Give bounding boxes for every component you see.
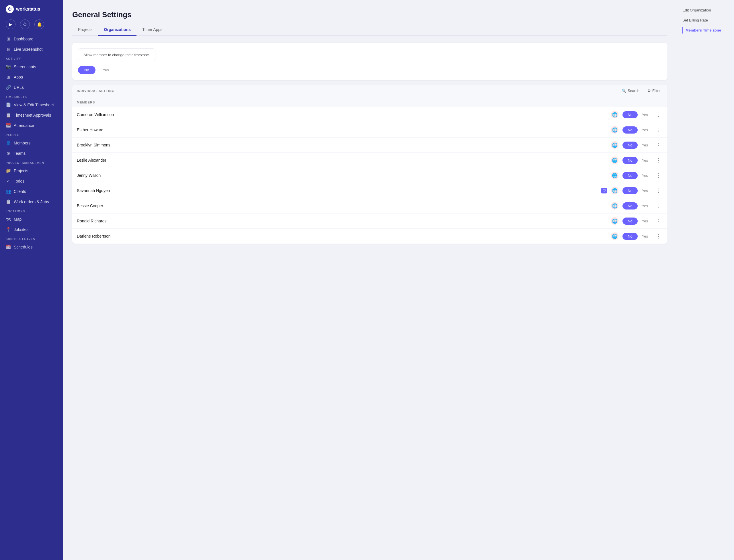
member-toggle: No Yes (623, 187, 651, 194)
globe-icon: 🌐 (611, 111, 619, 118)
sidebar-item-todos[interactable]: ✓ Todos (0, 176, 63, 186)
sidebar-label-screenshots: Screenshots (14, 64, 36, 69)
right-link-edit-org[interactable]: Edit Organization (682, 7, 728, 13)
sidebar-label-timesheet-approvals: Timesheet Approvals (14, 113, 51, 118)
table-row: Savannah Nguyen 🛡 🌐 No Yes ⋮ (72, 183, 668, 198)
tab-organizations[interactable]: Organizations (98, 25, 136, 36)
sidebar: ⏱ workstatus ▶ ⏱ 🔔 ⊞ Dashboard 🖥 Live Sc… (0, 0, 63, 560)
sidebar-label-urls: URLs (14, 85, 24, 90)
member-more-btn[interactable]: ⋮ (654, 156, 663, 164)
member-no-toggle[interactable]: No (623, 111, 638, 118)
member-toggle: No Yes (623, 126, 651, 134)
globe-icon: 🌐 (611, 187, 619, 194)
member-yes-toggle[interactable]: Yes (639, 126, 651, 134)
globe-icon: 🌐 (611, 156, 619, 164)
sidebar-item-map[interactable]: 🗺 Map (0, 214, 63, 224)
member-toggle: No Yes (623, 111, 651, 118)
member-name: Esther Howard (77, 128, 608, 132)
member-no-toggle[interactable]: No (623, 233, 638, 240)
member-name: Darlene Robertson (77, 234, 608, 238)
play-icon-btn[interactable]: ▶ (6, 19, 15, 29)
member-more-btn[interactable]: ⋮ (654, 141, 663, 149)
sidebar-item-members[interactable]: 👤 Members (0, 138, 63, 148)
member-yes-toggle[interactable]: Yes (639, 142, 651, 149)
sidebar-item-attendance[interactable]: 📅 Attendance (0, 120, 63, 131)
member-yes-toggle[interactable]: Yes (639, 202, 651, 209)
member-yes-toggle[interactable]: Yes (639, 172, 651, 179)
attendance-icon: 📅 (6, 123, 11, 128)
member-more-btn[interactable]: ⋮ (654, 172, 663, 179)
globe-icon: 🌐 (611, 141, 619, 149)
filter-button[interactable]: ⚙ Filter (645, 87, 663, 94)
teams-icon: ⊛ (6, 151, 11, 156)
member-no-toggle[interactable]: No (623, 126, 638, 134)
member-yes-toggle[interactable]: Yes (639, 157, 651, 164)
member-no-toggle[interactable]: No (623, 202, 638, 209)
bell-icon-btn[interactable]: 🔔 (34, 19, 44, 29)
members-table: INDIVIDUAL SETTING 🔍 Search ⚙ Filter (72, 85, 668, 244)
member-more-btn[interactable]: ⋮ (654, 217, 663, 225)
sidebar-label-clients: Clients (14, 189, 26, 194)
member-more-btn[interactable]: ⋮ (654, 126, 663, 134)
member-toggle: No Yes (623, 202, 651, 209)
member-yes-toggle[interactable]: Yes (639, 187, 651, 194)
search-icon: 🔍 (622, 89, 626, 93)
section-label-locations: LOCATIONS (0, 207, 63, 214)
sidebar-item-dashboard[interactable]: ⊞ Dashboard (0, 34, 63, 44)
sidebar-item-view-edit-timesheet[interactable]: 📄 View & Edit Timesheet (0, 100, 63, 110)
sidebar-item-apps[interactable]: ⊞ Apps (0, 72, 63, 82)
members-icon: 👤 (6, 140, 11, 146)
table-row: Darlene Robertson 🌐 No Yes ⋮ (72, 229, 668, 244)
sidebar-label-members: Members (14, 141, 30, 145)
member-name: Bessie Cooper (77, 203, 608, 208)
member-yes-toggle[interactable]: Yes (639, 233, 651, 240)
member-no-toggle[interactable]: No (623, 142, 638, 149)
table-actions: 🔍 Search ⚙ Filter (619, 87, 663, 94)
member-yes-toggle[interactable]: Yes (639, 218, 651, 225)
section-label-shifts-leaves: SHIFTS & LEAVES (0, 235, 63, 242)
table-row: Bessie Cooper 🌐 No Yes ⋮ (72, 198, 668, 214)
table-header: INDIVIDUAL SETTING 🔍 Search ⚙ Filter (72, 85, 668, 97)
toggle-no-btn[interactable]: No (78, 66, 95, 74)
sidebar-item-live-screenshot[interactable]: 🖥 Live Screenshot (0, 44, 63, 54)
sidebar-item-timesheet-approvals[interactable]: 📋 Timesheet Approvals (0, 110, 63, 120)
member-no-toggle[interactable]: No (623, 187, 638, 194)
shield-icon: 🛡 (601, 188, 607, 193)
tab-projects[interactable]: Projects (72, 25, 98, 36)
member-yes-toggle[interactable]: Yes (639, 111, 651, 118)
sidebar-item-urls[interactable]: 🔗 URLs (0, 82, 63, 93)
sidebar-item-work-orders[interactable]: 📋 Work orders & Jobs (0, 197, 63, 207)
member-more-btn[interactable]: ⋮ (654, 111, 663, 118)
sidebar-item-screenshots[interactable]: 📷 Screenshots (0, 62, 63, 72)
member-no-toggle[interactable]: No (623, 218, 638, 225)
sidebar-item-projects[interactable]: 📁 Projects (0, 166, 63, 176)
search-button[interactable]: 🔍 Search (619, 87, 642, 94)
member-toggle: No Yes (623, 142, 651, 149)
member-no-toggle[interactable]: No (623, 157, 638, 164)
sidebar-item-schedules[interactable]: 📅 Schedules (0, 242, 63, 252)
globe-icon: 🌐 (611, 202, 619, 209)
sidebar-item-clients[interactable]: 👥 Clients (0, 186, 63, 197)
sidebar-label-work-orders: Work orders & Jobs (14, 199, 49, 204)
globe-icon: 🌐 (611, 232, 619, 240)
members-section-label: MEMBERS (77, 101, 95, 104)
member-more-btn[interactable]: ⋮ (654, 232, 663, 240)
sidebar-item-jobsites[interactable]: 📍 Jobsites (0, 224, 63, 235)
member-no-toggle[interactable]: No (623, 172, 638, 179)
toggle-yes-btn[interactable]: Yes (97, 66, 115, 74)
tab-timer-apps[interactable]: Timer Apps (136, 25, 168, 36)
right-link-billing-rate[interactable]: Set Billing Rate (682, 17, 728, 24)
page-title: General Settings (72, 10, 668, 19)
screenshots-icon: 📷 (6, 64, 11, 69)
member-more-btn[interactable]: ⋮ (654, 202, 663, 209)
sidebar-label-attendance: Attendance (14, 123, 34, 128)
app-name: workstatus (16, 7, 40, 12)
sidebar-label-view-edit-timesheet: View & Edit Timesheet (14, 103, 54, 107)
timezone-notice: Allow member to change their timezone. (78, 48, 155, 61)
right-link-members-timezone[interactable]: Members Time zone (682, 27, 728, 34)
tabs: Projects Organizations Timer Apps (72, 25, 668, 36)
work-orders-icon: 📋 (6, 199, 11, 204)
clock-icon-btn[interactable]: ⏱ (20, 19, 30, 29)
member-more-btn[interactable]: ⋮ (654, 187, 663, 194)
sidebar-item-teams[interactable]: ⊛ Teams (0, 148, 63, 158)
